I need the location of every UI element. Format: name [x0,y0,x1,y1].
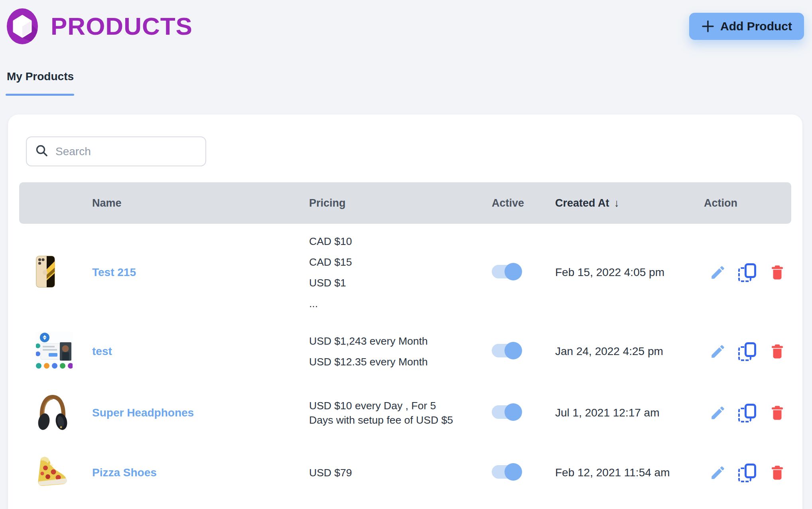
table-body: Test 215 CAD $10CAD $15USD $1... Feb 15,… [19,224,791,501]
products-card: Name Pricing Active Created At↓ Action T… [8,114,802,509]
duplicate-button[interactable] [738,342,757,361]
add-product-label: Add Product [720,20,792,33]
delete-button[interactable] [769,464,786,481]
price-line: USD $79 [309,466,457,480]
search-box [26,136,206,166]
edit-button[interactable] [710,404,726,421]
duplicate-button[interactable] [738,464,757,482]
plus-icon [701,20,715,33]
tab-my-products-label: My Products [7,70,74,83]
add-product-button[interactable]: Add Product [689,13,804,40]
created-at-value: Feb 12, 2021 11:54 am [555,466,704,479]
column-header-name: Name [92,197,309,209]
delete-button[interactable] [769,343,786,360]
price-line: ... [309,296,457,311]
duplicate-icon-front [745,404,756,418]
created-at-header-label: Created At [555,197,609,209]
pricing-cell: USD $79 [309,466,492,480]
cube-logo-icon [6,8,38,45]
search-icon [35,144,49,160]
product-thumbnail-gold-iphone [36,256,55,288]
price-line: CAD $15 [309,255,457,269]
column-header-action: Action [704,197,791,209]
toggle-knob [505,263,522,280]
edit-button[interactable] [710,343,726,360]
toggle-knob [505,342,522,359]
column-header-created-at[interactable]: Created At↓ [555,197,704,209]
sort-desc-arrow-icon: ↓ [614,197,620,209]
duplicate-icon-front [745,263,756,278]
duplicate-icon-front [745,342,756,357]
search-input[interactable] [55,145,199,158]
page-title: PRODUCTS [51,12,193,40]
tab-active-indicator [6,94,74,96]
toggle-knob [505,463,522,481]
active-toggle[interactable] [492,465,521,479]
edit-button[interactable] [710,264,726,281]
active-toggle[interactable] [492,265,521,278]
pricing-cell: USD $10 every Day , For 5 Days with setu… [309,399,492,427]
created-at-value: Feb 15, 2022 4:05 pm [555,266,704,279]
product-name-link[interactable]: test [92,345,112,357]
delete-button[interactable] [769,404,786,421]
table-row: Super Headphones USD $10 every Day , For… [19,382,791,444]
edit-button[interactable] [710,464,726,481]
duplicate-button[interactable] [738,263,757,282]
pricing-cell: CAD $10CAD $15USD $1... [309,234,492,311]
table-row: test USD $1,243 every MonthUSD $12.35 ev… [19,321,791,382]
product-thumbnail-landing-page [36,331,73,370]
price-line: USD $10 every Day , For 5 Days with setu… [309,399,457,427]
active-toggle[interactable] [492,405,521,419]
tab-my-products[interactable]: My Products [7,70,74,83]
product-name-link[interactable]: Pizza Shoes [92,466,157,479]
price-line: USD $1,243 every Month [309,334,457,348]
duplicate-icon-front [745,464,756,478]
product-name-link[interactable]: Super Headphones [92,406,194,419]
table-row: Test 215 CAD $10CAD $15USD $1... Feb 15,… [19,224,791,321]
toggle-knob [505,403,522,421]
product-thumbnail-pizza-sneaker [36,454,69,489]
duplicate-button[interactable] [738,404,757,422]
column-header-active: Active [492,197,555,209]
price-line: USD $12.35 every Month [309,355,457,369]
price-line: USD $1 [309,276,457,290]
created-at-value: Jan 24, 2022 4:25 pm [555,345,704,358]
product-thumbnail-headphones [36,392,69,432]
delete-button[interactable] [769,264,786,281]
column-header-pricing: Pricing [309,197,492,209]
table-row: Pizza Shoes USD $79 Feb 12, 2021 11:54 a… [19,444,791,501]
active-toggle[interactable] [492,344,521,357]
price-line: CAD $10 [309,234,457,249]
pricing-cell: USD $1,243 every MonthUSD $12.35 every M… [309,334,492,369]
product-name-link[interactable]: Test 215 [92,266,136,278]
created-at-value: Jul 1, 2021 12:17 am [555,406,704,419]
table-header: Name Pricing Active Created At↓ Action [19,182,791,224]
